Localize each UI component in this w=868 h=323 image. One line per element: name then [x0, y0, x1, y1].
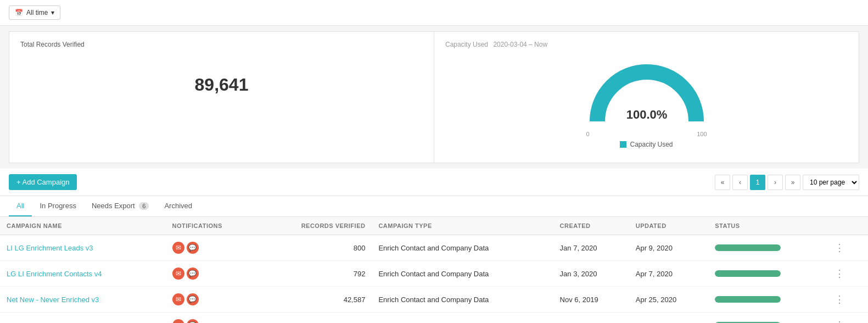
gauge-labels: 0 100 [586, 131, 707, 137]
campaigns-table-container: CAMPAIGN NAME NOTIFICATIONS RECORDS VERI… [0, 217, 868, 323]
col-header-status: STATUS [708, 217, 824, 235]
campaign-name-link[interactable]: LI LG Enrichment Leads v3 [7, 244, 93, 252]
gauge-max-label: 100 [697, 131, 707, 137]
actions-cell: ⋮ [825, 261, 868, 287]
campaign-type-cell: Enrich Contact and Company Data [372, 313, 553, 324]
table-header-row: CAMPAIGN NAME NOTIFICATIONS RECORDS VERI… [0, 217, 868, 235]
metrics-row: Total Records Verified 89,641 Capacity U… [9, 31, 859, 163]
total-records-value: 89,641 [20, 53, 423, 117]
col-header-created: CREATED [553, 217, 629, 235]
tab-in-progress[interactable]: In Progress [32, 196, 83, 216]
tab-all[interactable]: All [9, 196, 32, 216]
needs-export-badge: 6 [139, 202, 149, 210]
pagination-page-1-button[interactable]: 1 [750, 175, 765, 190]
notifications-cell: ✉💬 [166, 261, 259, 287]
actions-cell: ⋮ [825, 235, 868, 261]
pagination-first-button[interactable]: « [715, 175, 730, 190]
status-bar [715, 244, 781, 251]
col-header-actions [825, 217, 868, 235]
notif-icon-chat: 💬 [187, 242, 199, 254]
campaign-type-cell: Enrich Contact and Company Data [372, 261, 553, 287]
notifications-cell: ✉💬 [166, 235, 259, 261]
top-bar: 📅 All time ▾ [0, 0, 868, 26]
capacity-card: Capacity Used 2020-03-04 – Now 100.0% 0 … [434, 32, 859, 163]
tab-needs-export[interactable]: Needs Export 6 [84, 196, 157, 216]
row-action-button[interactable]: ⋮ [831, 292, 848, 307]
calendar-icon: 📅 [15, 9, 23, 16]
svg-text:100.0%: 100.0% [626, 108, 667, 121]
pagination-next-button[interactable]: › [768, 175, 783, 190]
actions-cell: ⋮ [825, 313, 868, 324]
updated-cell: Apr 9, 2020 [629, 235, 709, 261]
all-time-label: All time [26, 9, 48, 16]
tabs: All In Progress Needs Export 6 Archived [0, 196, 868, 217]
notif-icon-email: ✉ [172, 319, 184, 323]
add-campaign-button[interactable]: + Add Campaign [9, 174, 77, 190]
capacity-title: Capacity Used 2020-03-04 – Now [445, 41, 848, 48]
records-verified-cell: 800 [259, 235, 372, 261]
status-fill [715, 244, 781, 251]
updated-cell: Apr 24, 2020 [629, 313, 709, 324]
status-cell [708, 287, 824, 313]
table-row: LG LI Enrichment Contacts v4✉💬792Enrich … [0, 261, 868, 287]
pagination-last-button[interactable]: » [785, 175, 800, 190]
tab-archived[interactable]: Archived [156, 196, 200, 216]
actions-cell: ⋮ [825, 287, 868, 313]
gauge-chart: 100.0% [586, 58, 707, 130]
records-verified-cell: 42,587 [259, 287, 372, 313]
notif-icon-email: ✉ [172, 268, 184, 280]
notif-icon-chat: 💬 [187, 268, 199, 280]
gauge-min-label: 0 [586, 131, 590, 137]
records-verified-cell: 14,456 [259, 313, 372, 324]
records-verified-cell: 792 [259, 261, 372, 287]
row-action-button[interactable]: ⋮ [831, 241, 848, 255]
total-records-title: Total Records Verified [20, 41, 423, 48]
table-row: Net New Last 6 Months✉💬14,456Enrich Cont… [0, 313, 868, 324]
campaign-name-link[interactable]: LG LI Enrichment Contacts v4 [7, 270, 102, 278]
campaigns-table: CAMPAIGN NAME NOTIFICATIONS RECORDS VERI… [0, 217, 868, 323]
created-cell: Nov 5, 2019 [553, 313, 629, 324]
row-action-button[interactable]: ⋮ [831, 266, 848, 281]
notifications-cell: ✉💬 [166, 313, 259, 324]
notif-icon-email: ✉ [172, 242, 184, 254]
all-time-filter-button[interactable]: 📅 All time ▾ [9, 5, 60, 20]
campaign-type-cell: Enrich Contact and Company Data [372, 287, 553, 313]
add-campaign-label: + Add Campaign [16, 178, 69, 186]
status-bar [715, 270, 781, 277]
total-records-card: Total Records Verified 89,641 [9, 32, 434, 163]
status-fill [715, 270, 781, 277]
campaign-type-cell: Enrich Contact and Company Data [372, 235, 553, 261]
status-fill [715, 296, 781, 303]
updated-cell: Apr 25, 2020 [629, 287, 709, 313]
campaign-name-link[interactable]: Net New - Never Enriched v3 [7, 296, 99, 304]
table-row: Net New - Never Enriched v3✉💬42,587Enric… [0, 287, 868, 313]
chevron-down-icon: ▾ [51, 9, 54, 16]
toolbar: + Add Campaign « ‹ 1 › » 10 per page 25 … [0, 169, 868, 196]
legend-swatch [620, 141, 626, 148]
created-cell: Jan 7, 2020 [553, 235, 629, 261]
notif-icon-chat: 💬 [187, 293, 199, 305]
gauge-container: 100.0% 0 100 Capacity Used [445, 53, 848, 154]
per-page-select[interactable]: 10 per page 25 per page 50 per page [803, 175, 859, 190]
campaign-name-link[interactable]: Net New Last 6 Months [7, 321, 81, 324]
updated-cell: Apr 7, 2020 [629, 261, 709, 287]
pagination: « ‹ 1 › » 10 per page 25 per page 50 per… [715, 175, 859, 190]
notif-icon-email: ✉ [172, 293, 184, 305]
status-cell [708, 261, 824, 287]
col-header-campaign-name: CAMPAIGN NAME [0, 217, 166, 235]
col-header-records-verified: RECORDS VERIFIED [259, 217, 372, 235]
notifications-cell: ✉💬 [166, 287, 259, 313]
gauge-legend: Capacity Used [620, 141, 673, 148]
col-header-notifications: NOTIFICATIONS [166, 217, 259, 235]
table-row: LI LG Enrichment Leads v3✉💬800Enrich Con… [0, 235, 868, 261]
created-cell: Jan 3, 2020 [553, 261, 629, 287]
status-bar [715, 296, 781, 303]
col-header-campaign-type: CAMPAIGN TYPE [372, 217, 553, 235]
pagination-prev-button[interactable]: ‹ [732, 175, 748, 190]
row-action-button[interactable]: ⋮ [831, 318, 848, 323]
notif-icon-chat: 💬 [187, 319, 199, 323]
status-cell [708, 235, 824, 261]
capacity-subtitle: 2020-03-04 – Now [493, 41, 547, 48]
created-cell: Nov 6, 2019 [553, 287, 629, 313]
legend-label: Capacity Used [630, 141, 673, 148]
